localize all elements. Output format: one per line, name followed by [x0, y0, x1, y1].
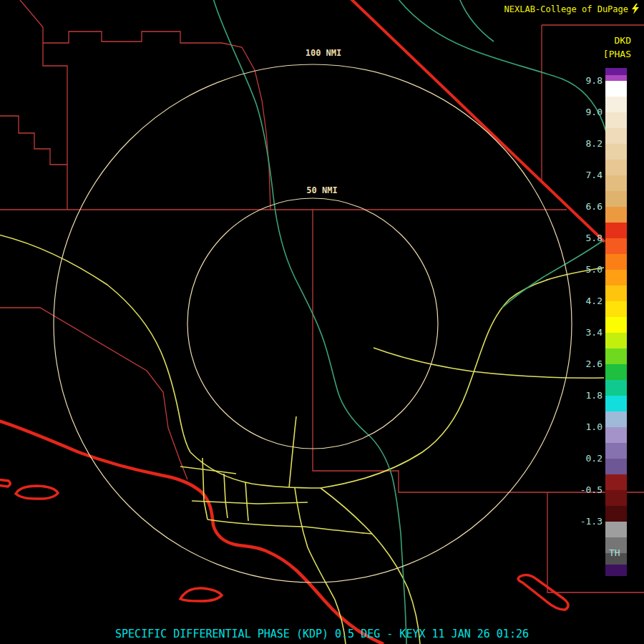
radar-map	[0, 0, 644, 644]
highway-line	[374, 348, 604, 378]
river-line	[502, 240, 603, 308]
colorbar-segment	[605, 68, 627, 75]
colorbar-segment	[605, 207, 627, 223]
island-outline	[0, 479, 10, 487]
river-line	[213, 0, 406, 644]
colorbar-segment	[605, 254, 627, 270]
colorbar-segment	[605, 144, 627, 160]
product-title: SPECIFIC DIFFERENTIAL PHASE (KDP) 0.5 DE…	[0, 628, 644, 640]
radar-display: 100 NMI 50 NMI NEXLAB-College of DuPage …	[0, 0, 644, 644]
colorbar-segment	[605, 427, 627, 443]
island-outline	[16, 486, 58, 499]
colorbar-segment	[605, 128, 627, 144]
highway-line	[224, 474, 228, 518]
colorbar-segment	[605, 286, 627, 301]
county-line	[0, 308, 187, 479]
range-label-50nmi: 50 NMI	[295, 185, 349, 196]
range-label-100nmi: 100 NMI	[293, 47, 353, 59]
colorbar-segment	[605, 396, 627, 411]
county-line	[20, 0, 67, 210]
colorbar-segment	[605, 522, 627, 537]
colorbar-segment	[605, 81, 627, 97]
colorbar-segment	[605, 459, 627, 474]
colorbar	[605, 68, 627, 576]
colorbar-segment	[605, 565, 627, 576]
river-lines	[213, 0, 615, 644]
colorbar-segment	[605, 317, 627, 333]
highway-line	[0, 235, 190, 452]
colorbar-segment	[605, 301, 627, 317]
colorbar-segment	[605, 160, 627, 175]
product-code: DKD	[615, 35, 631, 46]
county-line	[313, 210, 644, 492]
colorbar-segment	[605, 75, 627, 81]
highway-line	[289, 416, 296, 487]
colorbar-segment	[605, 490, 627, 506]
river-line	[459, 0, 494, 42]
colorbar-segment	[605, 191, 627, 207]
colorbar-segment	[605, 348, 627, 364]
colorbar-segment	[605, 474, 627, 490]
highway-line	[203, 458, 208, 519]
colorbar-segment	[605, 411, 627, 427]
county-lines	[0, 0, 644, 592]
colorbar-segment	[605, 223, 627, 238]
colorbar-segment	[605, 380, 627, 396]
county-line	[547, 492, 644, 592]
county-line	[0, 116, 67, 165]
highway-line	[208, 519, 372, 534]
colorbar-segment	[605, 97, 627, 112]
county-line	[43, 31, 270, 210]
colorbar-segment	[605, 537, 627, 553]
highway-line	[180, 467, 236, 474]
colorbar-segment	[605, 112, 627, 128]
highway-line	[245, 482, 248, 521]
product-units: [PHAS	[603, 49, 631, 59]
colorbar-segment	[605, 270, 627, 286]
state-border-line	[351, 0, 605, 242]
colorbar-segment	[605, 175, 627, 191]
colorbar-segment	[605, 238, 627, 254]
colorbar-segment	[605, 506, 627, 522]
state-coast-lines	[0, 0, 605, 644]
island-outline	[180, 588, 222, 601]
lightning-icon	[631, 4, 640, 14]
colorbar-segment	[605, 333, 627, 348]
highway-line	[295, 488, 346, 644]
colorbar-segment	[605, 553, 627, 565]
colorbar-segment	[605, 364, 627, 380]
source-credit: NEXLAB-College of DuPage	[504, 4, 628, 14]
colorbar-segment	[605, 443, 627, 459]
